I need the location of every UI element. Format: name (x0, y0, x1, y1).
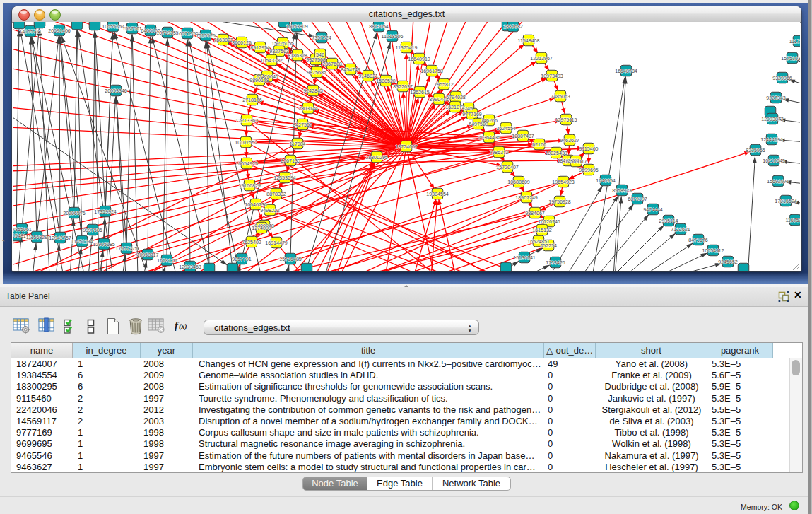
graph-node-label: 1274099 (252, 226, 271, 231)
table-row[interactable]: 946554611997Estimation of the future num… (11, 450, 802, 462)
graph-node[interactable] (738, 263, 749, 271)
table-row[interactable]: 911546021997Tourette syndrome. Phenomeno… (11, 393, 802, 404)
table-cell: Investigating the contribution of common… (199, 404, 544, 416)
graph-node-label: 12975115 (555, 117, 577, 123)
graph-node[interactable] (227, 263, 238, 271)
table-tabbar: Node TableEdge TableNetwork Table (0, 476, 808, 491)
graph-node-label: 15692971 (767, 179, 789, 185)
tab-network-table[interactable]: Network Table (433, 477, 510, 490)
graph-node[interactable] (13, 22, 25, 29)
graph-node-label: 9227343 (766, 95, 786, 101)
table-cell: Nakamura et al. (1997) (596, 450, 707, 462)
column-header-out_de[interactable]: △ out_de… (544, 343, 596, 358)
dropdown-arrows-icon: ▲▼ (468, 323, 472, 333)
table-cell: 2003 (143, 416, 193, 427)
table-select-dropdown[interactable]: citations_edges.txt ▲▼ (204, 320, 479, 335)
graph-node-label: 8427552 (293, 122, 312, 128)
tab-node-table[interactable]: Node Table (303, 477, 367, 490)
network-window[interactable]: citations_edges.txt 14055721206914061065… (12, 6, 801, 271)
table-row[interactable]: 1872400712008Changes of HCN gene express… (11, 358, 802, 370)
graph-arrowhead (272, 199, 276, 204)
graph-node-label: 7357224 (312, 35, 331, 41)
graph-node-label: 1167533 (785, 218, 800, 223)
graph-edge (13, 28, 406, 146)
delete-table-icon[interactable] (148, 317, 165, 334)
table-settings-icon[interactable] (13, 317, 30, 334)
float-window-icon[interactable] (778, 291, 790, 305)
graph-arrowhead (753, 156, 757, 163)
column-header-in_degree[interactable]: in_degree (73, 343, 141, 358)
column-header-pagerank[interactable]: pagerank (707, 343, 773, 358)
graph-node[interactable] (89, 22, 100, 30)
close-icon[interactable]: ✕ (794, 289, 802, 300)
graph-node-label: 1733426 (546, 260, 565, 266)
graph-arrowhead (206, 41, 210, 48)
window-titlebar[interactable]: citations_edges.txt (12, 6, 801, 23)
table-row[interactable]: 1830029562008Estimation of significance … (11, 381, 802, 392)
table-cell: 2009 (143, 370, 193, 381)
graph-node[interactable] (204, 263, 215, 271)
graph-arrowhead (619, 196, 623, 203)
delete-rows-icon[interactable] (127, 317, 144, 335)
graph-node-label: 16648784 (615, 69, 637, 74)
column-header-title[interactable]: title (193, 343, 544, 358)
graph-edge (59, 36, 60, 238)
table-row[interactable]: 1938455462009Genome–wide association stu… (11, 370, 802, 381)
graph-node-label: 9699695 (579, 168, 599, 173)
table-tabs: Node TableEdge TableNetwork Table (302, 477, 511, 491)
graph-arrowhead (700, 253, 707, 258)
table-row[interactable]: 946362711997Embryonic stem cells: a mode… (11, 462, 802, 473)
graph-node[interactable] (71, 22, 83, 30)
table-row[interactable]: 977716911998Corpus callosum shape and si… (11, 427, 802, 438)
table-cell: 0 (548, 427, 596, 438)
row-height-icon[interactable] (87, 317, 95, 334)
column-header-year[interactable]: year (141, 343, 193, 358)
graph-node[interactable] (301, 263, 312, 271)
column-header-short[interactable]: short (596, 343, 707, 358)
table-cell: 9465546 (16, 450, 73, 462)
graph-arrowhead (247, 109, 252, 115)
graph-node-label: 1621072 (445, 105, 465, 110)
table-cell: 0 (548, 416, 596, 427)
graph-node-label: 9857791 (232, 257, 252, 262)
graph-node-label: 16053809 (286, 24, 308, 30)
new-document-icon[interactable] (106, 317, 120, 335)
graph-arrowhead (565, 129, 570, 134)
function-builder-icon[interactable]: f (x) (175, 320, 192, 331)
table-cell: Jankovic et al. (1997) (596, 393, 707, 404)
status-bar: Memory: OK (0, 496, 808, 514)
graph-node-label: 16640910 (408, 57, 430, 62)
graph-node-label: 10655267 (102, 24, 124, 30)
column-header-name[interactable]: name (11, 343, 73, 358)
table-row[interactable]: 969969511998Structural magnetic resonanc… (11, 438, 802, 450)
graph-node-label: 10688609 (507, 180, 530, 185)
table-cell: 9115460 (16, 393, 73, 404)
table-vertical-scrollbar[interactable] (789, 358, 802, 472)
graph-node-label: 18907249 (515, 195, 538, 201)
table-cell: Wolkin et al. (1998) (596, 438, 707, 450)
graph-node-label: 15226055 (271, 41, 294, 47)
table-row[interactable]: 2242004622012Investigating the contribut… (11, 404, 802, 416)
row-checks-icon[interactable] (64, 317, 79, 334)
graph-node-label: 62160 (532, 142, 546, 148)
scrollbar-thumb[interactable] (792, 360, 800, 375)
graph-arrowhead (148, 36, 153, 43)
table-cell: 5.3E–5 (712, 450, 773, 462)
graph-arrowhead (244, 131, 248, 136)
window-resize-grip[interactable] (791, 262, 800, 271)
table-row[interactable]: 1456911722003Disruption of a novel membe… (11, 416, 802, 427)
table-cell: 0 (548, 438, 596, 450)
left-panel-collapse-arrow[interactable]: ◂ (2, 237, 6, 244)
tab-edge-table[interactable]: Edge Table (367, 477, 433, 490)
network-canvas[interactable]: 1405572120691406106552671527601646616010… (13, 22, 800, 271)
graph-node-label: 8186328 (288, 53, 307, 59)
graph-node-label: 10046736 (245, 202, 267, 208)
select-columns-icon[interactable] (38, 317, 55, 334)
graph-node[interactable] (500, 262, 512, 271)
graph-node-label: 9463627 (560, 138, 579, 144)
graph-node-label: 9327503 (269, 49, 289, 54)
graph-node[interactable] (34, 22, 45, 28)
table-cell: Corpus callosum shape and size in male p… (199, 427, 544, 438)
graph-edge (126, 34, 132, 248)
graph-node-label: 19654923 (552, 180, 575, 185)
